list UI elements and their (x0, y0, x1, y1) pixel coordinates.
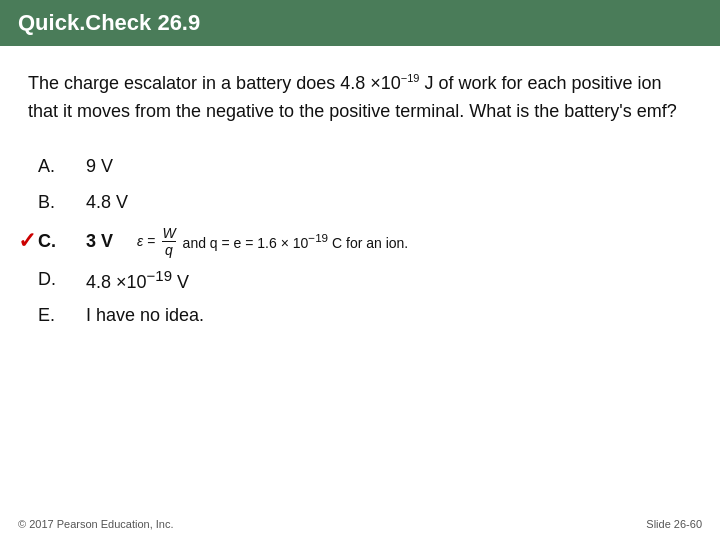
option-value-d: 4.8 ×10−19 V (86, 267, 189, 293)
denominator: q (165, 242, 173, 257)
checkmark-d (18, 267, 36, 293)
checkmark-a (18, 154, 36, 180)
footer: © 2017 Pearson Education, Inc. Slide 26-… (18, 518, 702, 530)
header-title: Quick.Check 26.9 (18, 10, 200, 35)
copyright-text: © 2017 Pearson Education, Inc. (18, 518, 173, 530)
equals-sign: = (147, 233, 155, 249)
option-letter-c: C. (38, 231, 86, 252)
option-letter-a: A. (38, 156, 86, 177)
option-letter-d: D. (38, 269, 86, 290)
option-letter-b: B. (38, 192, 86, 213)
option-letter-e: E. (38, 305, 86, 326)
checkmark-b (18, 190, 36, 216)
emf-symbol: ε (137, 233, 143, 249)
option-value-b: 4.8 V (86, 192, 128, 213)
slide-number: Slide 26-60 (646, 518, 702, 530)
option-a: A. 9 V (36, 154, 692, 180)
page-header: Quick.Check 26.9 (0, 0, 720, 46)
option-value-e: I have no idea. (86, 305, 204, 326)
checkmark-e (18, 303, 36, 329)
fraction: W q (162, 226, 175, 257)
option-c: ✓ C. 3 V ε = W q and q = e = 1.6 × 10−19… (36, 226, 692, 257)
option-e: E. I have no idea. (36, 303, 692, 329)
numerator: W (162, 226, 175, 242)
option-value-a: 9 V (86, 156, 113, 177)
options-list: A. 9 V B. 4.8 V ✓ C. 3 V ε = W q and q =… (36, 154, 692, 329)
and-text: and q = e = 1.6 × 10−19 C for an ion. (183, 231, 409, 251)
option-b: B. 4.8 V (36, 190, 692, 216)
main-content: The charge escalator in a battery does 4… (0, 46, 720, 345)
checkmark-c: ✓ (18, 228, 36, 254)
formula-inline: ε = W q and q = e = 1.6 × 10−19 C for an… (137, 226, 408, 257)
question-text: The charge escalator in a battery does 4… (28, 70, 692, 126)
option-d: D. 4.8 ×10−19 V (36, 267, 692, 293)
option-value-c: 3 V (86, 231, 113, 252)
